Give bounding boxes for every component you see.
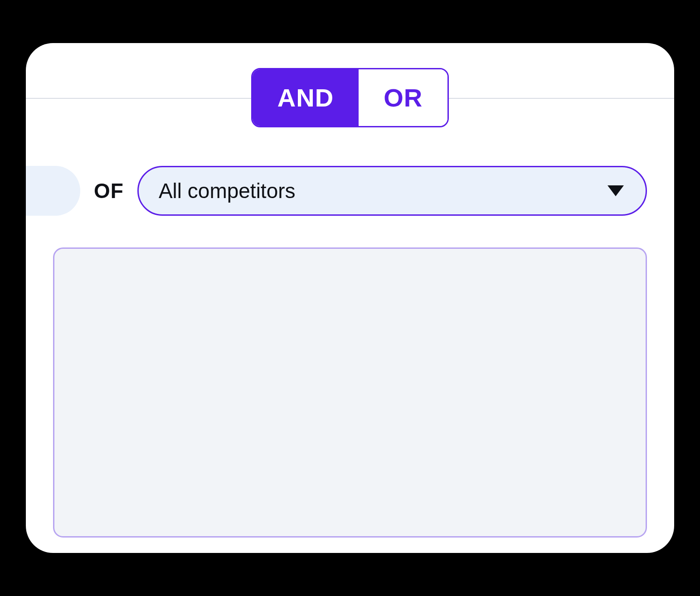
chevron-down-icon	[608, 185, 624, 196]
toggle-and[interactable]: AND	[253, 69, 359, 126]
toggle-or[interactable]: OR	[359, 69, 447, 126]
filter-card: AND OR OF All competitors	[26, 43, 674, 553]
content-panel	[53, 247, 647, 538]
filter-row: OF All competitors	[26, 166, 674, 216]
of-label: OF	[94, 179, 124, 203]
competitors-dropdown[interactable]: All competitors	[137, 166, 647, 216]
dropdown-value: All competitors	[159, 179, 296, 203]
of-pill-decor	[26, 166, 80, 216]
logic-toggle: AND OR	[251, 68, 449, 127]
logic-toggle-row: AND OR	[26, 68, 674, 127]
